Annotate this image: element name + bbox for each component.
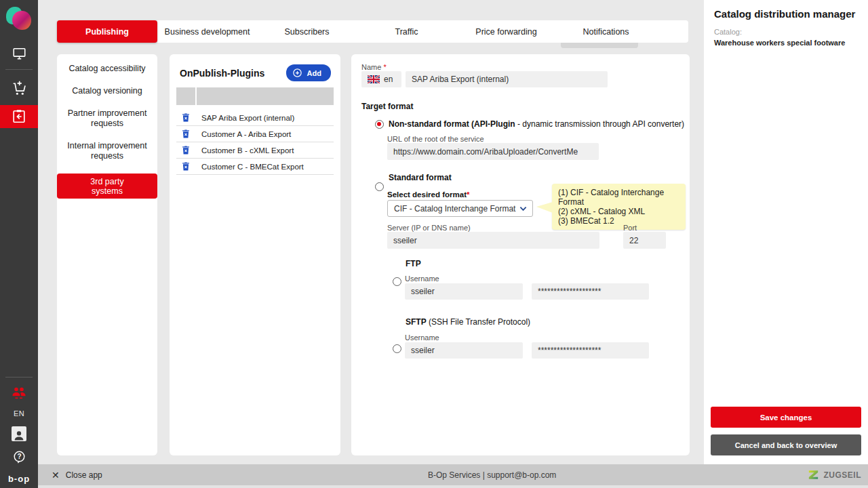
save-changes-button[interactable]: Save changes (711, 407, 861, 428)
format-select-value: CIF - Catalog Interchange Format (394, 204, 515, 214)
menu-item-catalog-versioning[interactable]: Catalog versioning (57, 86, 157, 96)
language-code: en (384, 75, 393, 84)
nonstandard-format-radio[interactable] (375, 120, 384, 129)
footer-bottom-strip (38, 485, 868, 488)
delete-plugin-icon[interactable] (176, 161, 195, 171)
chevron-down-icon (519, 206, 527, 211)
team-icon (10, 386, 28, 401)
plugins-table-header (176, 87, 334, 105)
tab-publishing[interactable]: Publishing (57, 20, 157, 43)
server-field-label: Server (IP or DNS name) (387, 224, 471, 232)
tab-notifications[interactable]: Notifications (556, 20, 656, 43)
sidebar-item-help[interactable]: ? (0, 445, 38, 468)
tabbar-shadow (561, 42, 638, 48)
close-app-button[interactable]: ✕ Close app (52, 464, 102, 485)
format-select[interactable]: CIF - Catalog Interchange Format (387, 200, 533, 217)
add-plugin-button[interactable]: Add (286, 64, 331, 81)
target-format-label: Target format (361, 102, 413, 111)
trash-icon (181, 113, 191, 123)
ftp-password-input[interactable] (532, 283, 649, 300)
menu-item-partner-improvement-requests[interactable]: Partner improvement requests (57, 108, 157, 129)
tab-traffic[interactable]: Traffic (357, 20, 456, 43)
menu-item-3rd-party-systems-active[interactable]: 3rd party systems (57, 174, 157, 199)
trash-icon (181, 145, 191, 155)
flag-en-icon (368, 75, 380, 83)
format-tooltip: (1) CIF - Catalog Interchange Format (2)… (552, 184, 686, 230)
cart-add-icon (11, 79, 28, 96)
port-field-label: Port (623, 224, 637, 232)
delete-plugin-icon[interactable] (176, 145, 195, 155)
tab-business-development[interactable]: Business development (157, 20, 257, 43)
delete-plugin-icon[interactable] (176, 113, 195, 123)
left-menu-panel: Catalog accessibility Catalog versioning… (57, 54, 157, 455)
sftp-password-input[interactable] (532, 342, 649, 359)
ftp-username-input[interactable] (405, 283, 523, 300)
add-button-label: Add (307, 69, 321, 77)
logo-blob-pink (12, 11, 31, 30)
plugin-row[interactable]: Customer C - BMECat Export (176, 159, 334, 175)
monitor-icon (12, 46, 27, 61)
sidebar-item-distribution-active[interactable] (0, 105, 38, 128)
tab-subscribers[interactable]: Subscribers (257, 20, 357, 43)
close-icon: ✕ (52, 470, 60, 481)
tab-bar: Business development Subscribers Traffic… (157, 20, 688, 43)
sidebar-item-shop[interactable] (0, 74, 38, 101)
menu-item-catalog-accessibility[interactable]: Catalog accessibility (57, 64, 157, 74)
tooltip-line: (2) cXML - Catalog XML (558, 207, 679, 216)
plugin-name: Customer A - Ariba Export (195, 130, 291, 138)
bop-logo: b-op (8, 474, 30, 484)
clipboard-arrow-icon (12, 108, 26, 125)
app-root: EN ? b-op Publishing Business developme (0, 0, 868, 488)
sidebar-divider (5, 69, 33, 70)
ftp-radio[interactable] (393, 277, 401, 286)
sftp-radio[interactable] (393, 344, 401, 353)
plugin-name: Customer B - cXML Export (195, 146, 294, 155)
brand-block: ZUGSEIL (808, 464, 861, 485)
plugin-row[interactable]: Customer A - Ariba Export (176, 126, 334, 142)
plugins-panel-title: OnPublish-Plugins (180, 68, 264, 79)
tooltip-line: (3) BMECat 1.2 (558, 216, 679, 226)
svg-text:?: ? (17, 452, 21, 460)
url-input[interactable] (387, 143, 599, 160)
support-contact: B-Op Services | support@b-op.com (428, 464, 556, 485)
footer-bar: ✕ Close app B-Op Services | support@b-op… (38, 464, 868, 485)
tab-price-forwarding[interactable]: Price forwarding (456, 20, 556, 43)
zugseil-logo-icon (808, 470, 819, 480)
trash-icon (181, 129, 191, 139)
app-logo[interactable] (5, 5, 33, 33)
name-field-label: Name * (361, 63, 387, 71)
sidebar-bottom-divider (5, 377, 33, 378)
plugin-name: SAP Ariba Export (internal) (195, 114, 294, 122)
plugin-row[interactable]: Customer B - cXML Export (176, 142, 334, 159)
app-sidebar: EN ? b-op (0, 0, 38, 488)
server-input[interactable] (387, 232, 599, 249)
sidebar-item-profile[interactable] (0, 422, 38, 445)
sidebar-item-team[interactable] (0, 382, 38, 405)
cancel-button[interactable]: Cancel and back to overview (711, 434, 861, 455)
delete-plugin-icon[interactable] (176, 129, 195, 139)
help-icon: ? (12, 449, 27, 465)
sftp-username-input[interactable] (405, 342, 523, 359)
standard-format-radio[interactable] (375, 182, 384, 191)
add-circle-icon (292, 68, 302, 78)
avatar-icon (12, 426, 26, 441)
nonstandard-format-label: Non-standard format (API-Plugin - dynami… (389, 119, 684, 129)
sftp-username-label: Username (405, 333, 439, 342)
name-input[interactable] (406, 71, 608, 87)
standard-format-label: Standard format (389, 173, 452, 182)
select-format-label: Select desired format* (387, 190, 469, 199)
sidebar-item-desktop[interactable] (0, 42, 38, 65)
url-field-label: URL of the root of the service (387, 135, 484, 143)
tooltip-line: (1) CIF - Catalog Interchange Format (558, 188, 679, 207)
language-selector[interactable]: en (361, 71, 401, 87)
catalog-name: Warehouse workers special footware (714, 39, 845, 47)
catalog-label: Catalog: (714, 28, 742, 36)
language-label[interactable]: EN (14, 409, 24, 418)
ftp-label: FTP (406, 259, 421, 268)
right-info-panel: Catalog distribution manager Catalog: Wa… (704, 0, 868, 464)
ftp-username-label: Username (405, 274, 439, 283)
port-input[interactable] (623, 232, 666, 249)
menu-item-internal-improvement-requests[interactable]: Internal improvement requests (57, 141, 157, 161)
plugin-row[interactable]: SAP Ariba Export (internal) (176, 110, 334, 126)
sidebar-bottom-group: EN ? b-op (0, 373, 38, 488)
